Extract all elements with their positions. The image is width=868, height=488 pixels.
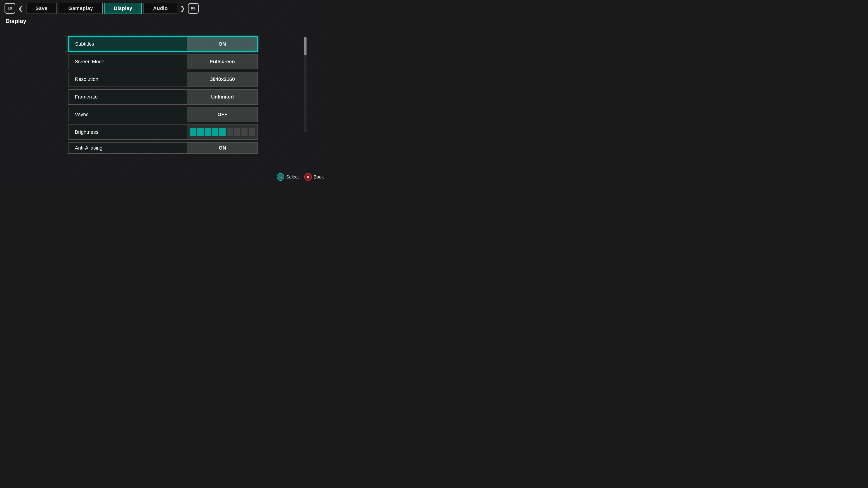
- tab-audio[interactable]: Audio: [144, 3, 177, 14]
- brightness-seg-4: [212, 128, 218, 136]
- brightness-seg-7: [234, 128, 240, 136]
- brightness-seg-5: [219, 128, 225, 136]
- screen-mode-label: Screen Mode: [68, 59, 187, 65]
- subtitles-value: ON: [187, 37, 257, 51]
- right-arrow[interactable]: ❯: [179, 5, 186, 12]
- b-button-icon: B: [277, 173, 284, 181]
- vsync-label: Vsync: [68, 111, 187, 118]
- resolution-label: Resolution: [68, 76, 187, 82]
- setting-framerate[interactable]: Framerate Unlimited: [68, 89, 258, 105]
- framerate-label: Framerate: [68, 94, 187, 100]
- brightness-seg-2: [197, 128, 204, 136]
- top-navigation: LB ❮ Save Gameplay Display Audio ❯ RB: [0, 0, 329, 17]
- resolution-value: 3840x2160: [187, 72, 257, 87]
- left-arrow[interactable]: ❮: [17, 5, 24, 12]
- subtitles-label: Subtitles: [69, 41, 187, 47]
- select-label: Select: [286, 174, 299, 180]
- setting-resolution[interactable]: Resolution 3840x2160: [68, 72, 258, 87]
- page-title: Display: [0, 17, 329, 27]
- brightness-seg-3: [205, 128, 211, 136]
- setting-vsync[interactable]: Vsync OFF: [68, 107, 258, 122]
- setting-anti-aliasing[interactable]: Anti-Aliasing ON: [68, 142, 258, 154]
- select-button[interactable]: B Select: [277, 173, 299, 181]
- scrollbar-track[interactable]: [304, 37, 307, 132]
- anti-aliasing-value: ON: [187, 142, 257, 153]
- brightness-seg-8: [241, 128, 247, 136]
- back-button[interactable]: A Back: [304, 173, 324, 181]
- scrollbar-thumb[interactable]: [304, 37, 307, 55]
- setting-subtitles[interactable]: Subtitles ON: [68, 36, 258, 52]
- bottom-bar: B Select A Back: [277, 173, 324, 181]
- rb-button[interactable]: RB: [188, 3, 199, 14]
- settings-list: Subtitles ON Screen Mode Fullscreen Reso…: [68, 36, 258, 154]
- framerate-value: Unlimited: [187, 90, 257, 104]
- setting-brightness[interactable]: Brightness: [68, 125, 258, 140]
- brightness-label: Brightness: [68, 129, 187, 135]
- back-label: Back: [314, 174, 324, 180]
- screen-mode-value: Fullscreen: [187, 55, 257, 69]
- setting-screen-mode[interactable]: Screen Mode Fullscreen: [68, 54, 258, 69]
- settings-panel: Subtitles ON Screen Mode Fullscreen Reso…: [0, 32, 329, 158]
- vsync-value: OFF: [187, 107, 257, 122]
- a-button-icon: A: [304, 173, 312, 181]
- title-divider: [0, 27, 329, 27]
- tab-gameplay[interactable]: Gameplay: [59, 3, 102, 14]
- anti-aliasing-label: Anti-Aliasing: [68, 145, 187, 151]
- lb-button[interactable]: LB: [4, 3, 16, 14]
- tab-display[interactable]: Display: [104, 3, 142, 14]
- brightness-seg-6: [227, 128, 233, 136]
- brightness-seg-9: [249, 128, 255, 136]
- tab-save[interactable]: Save: [26, 3, 57, 14]
- brightness-slider[interactable]: [187, 125, 257, 139]
- brightness-seg-1: [190, 128, 196, 136]
